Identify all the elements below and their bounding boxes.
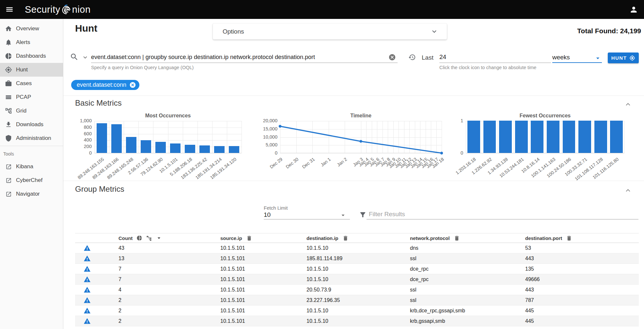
sort-dropdown-icon[interactable]	[156, 235, 162, 241]
sankey-toggle-icon[interactable]	[146, 235, 152, 241]
bar[interactable]	[141, 140, 151, 153]
bar[interactable]	[214, 146, 225, 153]
crosshair-icon	[5, 66, 12, 73]
filter-chip-label: event.dataset:conn	[77, 82, 126, 88]
bar[interactable]	[229, 146, 239, 153]
cell-source-ip: 10.1.5.101	[220, 297, 306, 303]
section-divider	[63, 181, 644, 181]
time-unit-underline	[552, 62, 602, 63]
cell-network-protocol: ssl	[410, 287, 525, 293]
sidebar-item-overview[interactable]: Overview	[0, 22, 63, 36]
basic-metrics-collapse-icon[interactable]	[624, 100, 632, 109]
clear-query-icon[interactable]	[388, 53, 396, 61]
y-axis-tick-label: 5,000	[255, 142, 277, 147]
bar[interactable]	[155, 142, 166, 153]
bar[interactable]	[563, 121, 575, 153]
y-axis-tick-label: 0	[255, 150, 277, 156]
chart-title: Timeline	[280, 113, 442, 119]
sidebar-item-dashboards[interactable]: Dashboards	[0, 49, 63, 63]
sidebar-item-alerts[interactable]: Alerts	[0, 36, 63, 49]
sidebar-tool-navigator[interactable]: Navigator	[0, 187, 63, 201]
bar[interactable]	[578, 121, 591, 153]
cell-destination-port: 443	[525, 256, 639, 262]
options-expansion-panel[interactable]: Options	[213, 23, 447, 39]
remove-column-trash-icon[interactable]	[342, 235, 349, 241]
warning-icon[interactable]	[84, 276, 91, 283]
fetch-limit-select[interactable]: 10	[264, 211, 339, 218]
bar[interactable]	[467, 121, 480, 153]
group-metrics-table: Countsource.ipdestination.ipnetwork.prot…	[75, 233, 639, 326]
cell-source-ip: 10.1.5.101	[220, 277, 306, 282]
table-row[interactable]: 7 10.1.5.101 10.1.5.10 dce_rpc 49666	[75, 274, 639, 285]
bar[interactable]	[483, 121, 496, 153]
bar[interactable]	[185, 145, 195, 153]
group-metrics-collapse-icon[interactable]	[624, 186, 632, 195]
warning-icon[interactable]	[84, 245, 91, 252]
bar[interactable]	[610, 121, 623, 153]
table-row[interactable]: 7 10.1.5.101 10.1.5.10 dce_rpc 135	[75, 264, 639, 274]
cell-destination-port: 787	[525, 297, 639, 303]
remove-column-trash-icon[interactable]	[566, 235, 572, 241]
time-unit-dropdown-icon[interactable]	[594, 54, 602, 62]
pie-chart-toggle-icon[interactable]	[136, 235, 142, 241]
query-input[interactable]	[91, 52, 385, 62]
bar[interactable]	[515, 121, 528, 153]
bar[interactable]	[97, 123, 107, 153]
table-row[interactable]: 43 10.1.5.101 10.1.5.10 dns 53	[75, 243, 639, 253]
bar[interactable]	[111, 124, 122, 153]
cell-count: 43	[118, 245, 220, 251]
bar[interactable]	[170, 143, 181, 153]
table-row[interactable]: 2 10.1.5.101 10.1.5.10 krb,gssapi,smb 44…	[75, 316, 639, 326]
sidebar-item-pcap[interactable]: PCAP	[0, 90, 63, 104]
sidebar-item-label: Kibana	[16, 163, 33, 170]
x-axis-tick-label: Dec 30	[285, 157, 300, 170]
column-header-network-protocol[interactable]: network.protocol	[410, 235, 450, 241]
remove-column-trash-icon[interactable]	[454, 235, 460, 241]
column-header-destination-ip[interactable]: destination.ip	[306, 235, 338, 241]
cell-source-ip: 10.1.5.101	[220, 245, 306, 251]
sidebar-item-cases[interactable]: Cases	[0, 77, 63, 90]
column-header-destination-port[interactable]: destination.port	[525, 235, 562, 241]
bar[interactable]	[199, 145, 210, 153]
warning-icon[interactable]	[84, 265, 91, 273]
sidebar-item-hunt[interactable]: Hunt	[0, 63, 63, 77]
chip-close-icon[interactable]	[129, 82, 136, 88]
table-row[interactable]: 4 10.1.5.101 20.50.73.9 ssl 443	[75, 285, 639, 295]
bar[interactable]	[126, 137, 136, 153]
sidebar-item-downloads[interactable]: Downloads	[0, 118, 63, 131]
filter-results-input[interactable]	[369, 210, 594, 218]
table-row[interactable]: 2 10.1.5.101 10.1.5.10 krb,dce_rpc,gssap…	[75, 306, 639, 316]
hamburger-menu-icon[interactable]	[5, 5, 14, 14]
bar[interactable]	[499, 121, 512, 153]
hunt-button[interactable]: HUNT	[608, 52, 639, 63]
column-header-count[interactable]: Count	[118, 235, 133, 241]
bar[interactable]	[547, 121, 559, 153]
cell-source-ip: 10.1.5.101	[220, 287, 306, 293]
warning-icon[interactable]	[84, 318, 91, 325]
sidebar-tool-kibana[interactable]: Kibana	[0, 160, 63, 173]
query-history-chevron-icon[interactable]	[82, 54, 89, 61]
cell-count: 7	[118, 266, 220, 272]
warning-icon[interactable]	[84, 255, 91, 262]
fetch-limit-dropdown-icon[interactable]	[339, 212, 347, 219]
time-value-input[interactable]	[439, 52, 547, 62]
sidebar-tool-cyberchef[interactable]: CyberChef	[0, 173, 63, 187]
bar[interactable]	[594, 121, 607, 153]
cell-destination-ip: 185.81.114.189	[306, 256, 410, 262]
filter-chip[interactable]: event.dataset:conn	[71, 80, 139, 90]
time-hint: Click the clock icon to change to absolu…	[439, 65, 536, 70]
sidebar-item-administration[interactable]: Administration	[0, 131, 63, 145]
warning-icon[interactable]	[84, 307, 91, 314]
fewest-occurrences-chart: Fewest Occurrences011.203.16.181.226.62.…	[455, 112, 644, 195]
user-account-icon[interactable]	[629, 5, 638, 14]
warning-icon[interactable]	[84, 297, 91, 304]
table-row[interactable]: 13 10.1.5.101 185.81.114.189 ssl 443	[75, 253, 639, 264]
hunt-page: Security nion Overview Alerts Dashboards…	[0, 0, 644, 329]
warning-icon[interactable]	[84, 286, 91, 293]
sidebar-item-grid[interactable]: Grid	[0, 104, 63, 118]
remove-column-trash-icon[interactable]	[246, 235, 252, 241]
column-header-source-ip[interactable]: source.ip	[220, 235, 242, 241]
table-row[interactable]: 2 10.1.5.101 23.227.196.35 ssl 787	[75, 295, 639, 306]
bar[interactable]	[531, 121, 543, 153]
history-clock-icon[interactable]	[408, 53, 416, 61]
